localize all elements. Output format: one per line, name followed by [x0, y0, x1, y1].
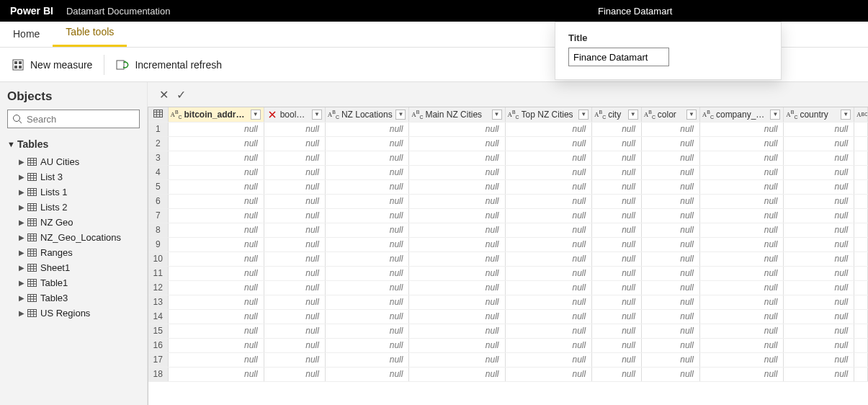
cell[interactable]: null [505, 179, 592, 194]
cell[interactable]: null [784, 295, 854, 309]
cell[interactable]: null [505, 324, 592, 338]
cell[interactable]: null [641, 194, 699, 208]
cell[interactable]: null [592, 352, 642, 367]
cell[interactable]: null [592, 309, 642, 324]
cell[interactable]: null [699, 295, 783, 309]
cell[interactable]: null [409, 136, 505, 151]
cell[interactable]: null [641, 208, 699, 223]
cell[interactable]: null [409, 280, 505, 295]
cell[interactable]: null [409, 151, 505, 165]
cell[interactable]: null [784, 280, 854, 295]
table-row[interactable]: 8nullnullnullnullnullnullnullnullnull [148, 223, 868, 237]
row-number[interactable]: 3 [148, 151, 168, 165]
cell[interactable]: null [264, 165, 325, 179]
cell[interactable]: null [784, 252, 854, 266]
cell[interactable]: null [264, 338, 325, 352]
cell[interactable]: null [699, 136, 783, 151]
cell[interactable]: null [409, 352, 505, 367]
row-number[interactable]: 18 [148, 367, 168, 381]
cell[interactable]: null [784, 352, 854, 367]
table-row[interactable]: 14nullnullnullnullnullnullnullnullnull [148, 309, 868, 324]
cell[interactable]: null [264, 194, 325, 208]
cell[interactable]: null [592, 122, 642, 136]
table-row[interactable]: 7nullnullnullnullnullnullnullnullnull [148, 208, 868, 223]
column-header[interactable]: ABCcity▼ [592, 107, 642, 122]
cell[interactable]: null [409, 324, 505, 338]
cell[interactable]: null [168, 338, 264, 352]
cell[interactable]: null [641, 179, 699, 194]
cell[interactable]: null [409, 237, 505, 252]
column-header[interactable]: ABCNZ Locations▼ [325, 107, 408, 122]
cell[interactable]: null [168, 367, 264, 381]
cell[interactable]: null [641, 252, 699, 266]
row-number[interactable]: 6 [148, 194, 168, 208]
cell[interactable]: null [592, 266, 642, 280]
cell[interactable]: null [641, 280, 699, 295]
cell[interactable]: null [409, 266, 505, 280]
cell[interactable]: null [505, 208, 592, 223]
cell[interactable]: null [264, 280, 325, 295]
column-header[interactable]: ABCbitcoin_address▼ [168, 107, 264, 122]
cell[interactable]: null [505, 338, 592, 352]
column-filter-dropdown[interactable]: ▼ [841, 110, 851, 120]
column-filter-dropdown[interactable]: ▼ [770, 110, 780, 120]
cell[interactable]: null [784, 194, 854, 208]
cell[interactable]: null [264, 136, 325, 151]
cell[interactable]: null [325, 280, 408, 295]
cell[interactable]: null [409, 194, 505, 208]
column-filter-dropdown[interactable]: ▼ [578, 110, 589, 120]
table-row[interactable]: 2nullnullnullnullnullnullnullnullnull [148, 136, 868, 151]
column-header[interactable]: boolean▼ [264, 107, 325, 122]
cell[interactable]: null [325, 122, 408, 136]
cell[interactable]: null [592, 367, 642, 381]
row-number[interactable]: 12 [148, 280, 168, 295]
cell[interactable]: null [784, 223, 854, 237]
row-number[interactable]: 2 [148, 136, 168, 151]
cell[interactable]: null [699, 252, 783, 266]
table-row[interactable]: 10nullnullnullnullnullnullnullnullnull [148, 252, 868, 266]
cell[interactable]: null [325, 151, 408, 165]
cell[interactable]: null [784, 309, 854, 324]
cell[interactable]: null [409, 367, 505, 381]
cell[interactable]: null [409, 338, 505, 352]
cell[interactable]: null [168, 151, 264, 165]
cell[interactable]: null [505, 165, 592, 179]
title-input[interactable] [568, 48, 669, 66]
sidebar-table-item[interactable]: ▶Table1 [7, 275, 140, 290]
table-row[interactable]: 15nullnullnullnullnullnullnullnullnull [148, 324, 868, 338]
cell[interactable]: null [168, 122, 264, 136]
sidebar-table-item[interactable]: ▶Sheet1 [7, 260, 140, 275]
incremental-refresh-button[interactable]: Incremental refresh [104, 48, 233, 81]
tables-header[interactable]: ▼ Tables [7, 138, 140, 150]
cell[interactable]: null [592, 151, 642, 165]
column-header[interactable]: ABCTop NZ Cities▼ [505, 107, 592, 122]
cell[interactable]: null [641, 352, 699, 367]
cell[interactable]: null [168, 165, 264, 179]
cell[interactable]: null [325, 208, 408, 223]
cell[interactable]: null [168, 266, 264, 280]
cell[interactable]: null [592, 252, 642, 266]
cell[interactable]: null [592, 194, 642, 208]
cell[interactable]: null [699, 352, 783, 367]
sidebar-table-item[interactable]: ▶Lists 1 [7, 184, 140, 200]
table-row[interactable]: 6nullnullnullnullnullnullnullnullnull [148, 194, 868, 208]
cell[interactable]: null [168, 208, 264, 223]
cell[interactable]: null [505, 136, 592, 151]
column-filter-dropdown[interactable]: ▼ [492, 110, 502, 120]
row-number[interactable]: 7 [148, 208, 168, 223]
cell[interactable]: null [592, 237, 642, 252]
data-grid[interactable]: ABCbitcoin_address▼boolean▼ABCNZ Locatio… [148, 107, 868, 405]
cell[interactable]: null [168, 223, 264, 237]
sidebar-table-item[interactable]: ▶Lists 2 [7, 200, 140, 215]
cell[interactable]: null [409, 179, 505, 194]
cancel-button[interactable]: ✕ [155, 86, 172, 103]
table-row[interactable]: 9nullnullnullnullnullnullnullnullnull [148, 237, 868, 252]
row-number[interactable]: 4 [148, 165, 168, 179]
sidebar-table-item[interactable]: ▶Ranges [7, 245, 140, 260]
cell[interactable]: null [325, 352, 408, 367]
cell[interactable]: null [641, 136, 699, 151]
cell[interactable]: null [641, 223, 699, 237]
cell[interactable]: null [784, 179, 854, 194]
sidebar-table-item[interactable]: ▶NZ_Geo_Locations [7, 230, 140, 245]
cell[interactable]: null [264, 266, 325, 280]
